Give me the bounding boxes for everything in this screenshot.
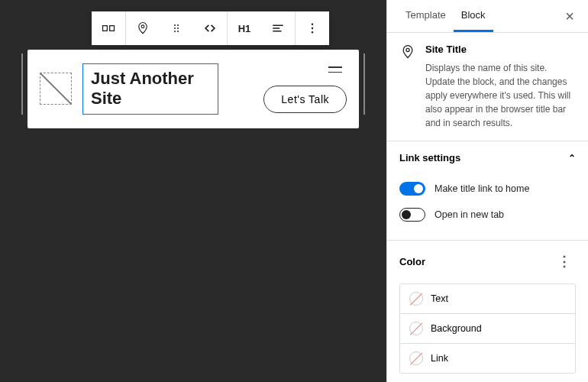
panel-title: Link settings [399, 152, 460, 163]
color-text-row[interactable]: Text [400, 284, 575, 314]
swatch-icon [409, 292, 423, 306]
block-type-button[interactable] [92, 11, 125, 45]
block-title: Site Title [425, 44, 576, 55]
color-label: Text [431, 293, 448, 304]
color-panel: Color ⋮ Text Background Link [387, 241, 588, 382]
svg-point-4 [177, 24, 179, 26]
move-arrows-icon[interactable] [193, 11, 227, 45]
swatch-icon [409, 351, 423, 365]
svg-point-6 [177, 28, 179, 29]
color-label: Link [431, 353, 448, 364]
more-options-button[interactable] [296, 11, 329, 45]
link-settings-panel: Link settings ⌃ Make title link to home … [387, 141, 588, 241]
svg-point-15 [406, 48, 409, 51]
svg-point-5 [174, 28, 176, 29]
link-settings-header[interactable]: Link settings ⌃ [387, 141, 588, 174]
color-panel-header[interactable]: Color ⋮ [387, 241, 588, 282]
svg-point-8 [177, 31, 179, 32]
svg-point-2 [141, 25, 144, 28]
block-info-panel: Site Title Displays the name of this sit… [387, 33, 588, 141]
editor-canvas: H1 Just Another Site Let's Talk [0, 0, 386, 382]
scroll-indicator-right [363, 53, 365, 115]
toggle-link-home[interactable] [399, 182, 425, 196]
svg-point-13 [312, 28, 313, 29]
svg-point-14 [312, 31, 313, 33]
color-label: Background [431, 323, 482, 334]
svg-point-3 [174, 24, 176, 26]
cta-button[interactable]: Let's Talk [263, 86, 347, 113]
site-title-block[interactable]: Just Another Site [82, 63, 218, 115]
swatch-icon [409, 322, 423, 335]
tab-template[interactable]: Template [398, 0, 454, 32]
close-icon[interactable]: × [562, 5, 577, 28]
drag-handle-icon[interactable] [160, 11, 193, 45]
align-button[interactable] [261, 11, 295, 45]
chevron-up-icon: ⌃ [568, 153, 576, 163]
block-description: Displays the name of this site. Update t… [425, 61, 576, 130]
scroll-indicator-left [21, 53, 23, 115]
toggle-new-tab[interactable] [399, 208, 425, 222]
svg-rect-0 [103, 26, 108, 31]
svg-point-7 [174, 31, 176, 32]
color-link-row[interactable]: Link [400, 344, 575, 373]
svg-point-12 [312, 24, 313, 25]
more-icon[interactable]: ⋮ [553, 251, 576, 271]
site-logo-placeholder[interactable] [40, 73, 72, 105]
color-background-row[interactable]: Background [400, 314, 575, 344]
panel-title: Color [399, 256, 425, 267]
menu-icon[interactable] [328, 66, 342, 73]
toggle-label: Make title link to home [435, 183, 529, 194]
sidebar-tabs: Template Block × [387, 0, 588, 33]
location-pin-icon[interactable] [126, 11, 160, 45]
svg-rect-1 [110, 26, 115, 31]
toggle-label: Open in new tab [435, 209, 504, 220]
settings-sidebar: Template Block × Site Title Displays the… [386, 0, 588, 382]
tab-block[interactable]: Block [454, 0, 493, 32]
location-pin-icon [399, 44, 416, 60]
heading-level-button[interactable]: H1 [228, 11, 261, 45]
site-header-block[interactable]: Just Another Site Let's Talk [27, 50, 359, 128]
block-toolbar: H1 [92, 11, 329, 45]
